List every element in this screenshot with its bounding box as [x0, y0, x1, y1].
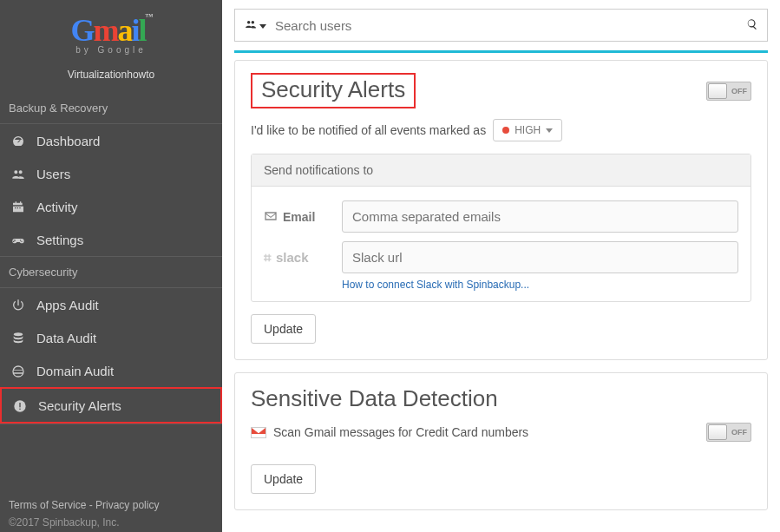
- scan-line: Scan Gmail messages for Credit Card numb…: [251, 423, 751, 442]
- svg-rect-2: [19, 408, 20, 409]
- nav-domain-audit[interactable]: Domain Audit: [0, 354, 222, 387]
- nav-group-cyber: Apps Audit Data Audit Domain Audit Secur…: [0, 288, 222, 424]
- search-icon[interactable]: [746, 18, 758, 33]
- update-button-sensitive[interactable]: Update: [251, 464, 316, 494]
- nav-label: Domain Audit: [36, 364, 114, 378]
- panel-title-security-alerts: Security Alerts: [251, 73, 416, 108]
- security-alerts-toggle[interactable]: OFF: [706, 82, 751, 101]
- scan-text: Scan Gmail messages for Credit Card numb…: [273, 425, 528, 439]
- security-alerts-panel: Security Alerts OFF I'd like to be notif…: [234, 60, 768, 360]
- footer-links: Terms of Service - Privacy policy: [0, 489, 222, 513]
- gmail-logo: Gmail™: [0, 12, 222, 49]
- calendar-icon: [10, 199, 26, 214]
- section-backup-recovery: Backup & Recovery: [0, 93, 222, 124]
- users-icon: [10, 166, 26, 181]
- org-name: Virtualizationhowto: [0, 60, 222, 93]
- nav-apps-audit[interactable]: Apps Audit: [0, 288, 222, 321]
- gmail-icon: [251, 427, 266, 438]
- main-content: Security Alerts OFF I'd like to be notif…: [222, 0, 780, 532]
- nav-users[interactable]: Users: [0, 157, 222, 190]
- database-icon: [10, 330, 26, 345]
- nav-label: Dashboard: [36, 134, 100, 148]
- gamepad-icon: [10, 232, 26, 247]
- nav-label: Apps Audit: [36, 298, 99, 312]
- nav-security-alerts[interactable]: Security Alerts: [0, 387, 222, 424]
- notifications-box: Send notifications to Email ⌗: [251, 154, 751, 302]
- divider: [234, 50, 768, 53]
- email-row: Email: [264, 200, 738, 233]
- notify-line: I'd like to be notified of all events ma…: [251, 119, 751, 141]
- notify-text: I'd like to be notified of all events ma…: [251, 123, 486, 137]
- svg-rect-1: [19, 403, 20, 407]
- panel-title-sensitive: Sensitive Data Detection: [251, 385, 498, 412]
- slack-input[interactable]: [342, 241, 738, 273]
- alert-icon: [12, 397, 28, 413]
- toggle-label: OFF: [731, 87, 747, 95]
- tos-link[interactable]: Terms of Service: [9, 499, 86, 511]
- search-input[interactable]: [275, 18, 737, 33]
- nav-label: Data Audit: [36, 331, 96, 345]
- privacy-link[interactable]: Privacy policy: [95, 499, 159, 511]
- nav-dashboard[interactable]: Dashboard: [0, 124, 222, 157]
- send-notifications-header: Send notifications to: [252, 154, 751, 187]
- nav-activity[interactable]: Activity: [0, 190, 222, 223]
- severity-label: HIGH: [515, 124, 541, 136]
- sensitive-toggle[interactable]: OFF: [706, 423, 751, 442]
- email-label: Email: [264, 210, 330, 224]
- slack-row: ⌗ slack: [264, 241, 738, 273]
- slack-icon: ⌗: [264, 250, 271, 266]
- slack-help-link[interactable]: How to connect Slack with Spinbackup...: [342, 279, 529, 291]
- globe-icon: [10, 363, 26, 378]
- section-cybersecurity: Cybersecurity: [0, 257, 222, 288]
- nav-label: Settings: [36, 233, 83, 247]
- nav-label: Security Alerts: [38, 398, 121, 413]
- copyright: ©2017 Spinbackup, Inc.: [0, 513, 222, 532]
- search-bar: [234, 9, 768, 42]
- toggle-label: OFF: [731, 428, 747, 437]
- nav-settings[interactable]: Settings: [0, 223, 222, 256]
- nav-group-backup: Dashboard Users Activity Settings: [0, 124, 222, 257]
- logo: Gmail™ by Google: [0, 0, 222, 60]
- nav-data-audit[interactable]: Data Audit: [0, 321, 222, 354]
- slack-label: ⌗ slack: [264, 250, 330, 266]
- nav-label: Users: [36, 167, 70, 181]
- nav-label: Activity: [36, 200, 78, 214]
- chevron-down-icon: [546, 128, 553, 133]
- users-dropdown-icon[interactable]: [244, 18, 266, 33]
- sensitive-data-panel: Sensitive Data Detection Scan Gmail mess…: [234, 372, 768, 510]
- sidebar: Gmail™ by Google Virtualizationhowto Bac…: [0, 0, 222, 532]
- envelope-icon: [264, 210, 278, 224]
- red-dot-icon: [502, 127, 509, 134]
- by-google-text: by Google: [0, 45, 222, 55]
- dashboard-icon: [10, 133, 26, 148]
- update-button-alerts[interactable]: Update: [251, 314, 316, 344]
- email-input[interactable]: [342, 200, 738, 233]
- power-icon: [10, 297, 26, 312]
- severity-dropdown[interactable]: HIGH: [493, 119, 562, 141]
